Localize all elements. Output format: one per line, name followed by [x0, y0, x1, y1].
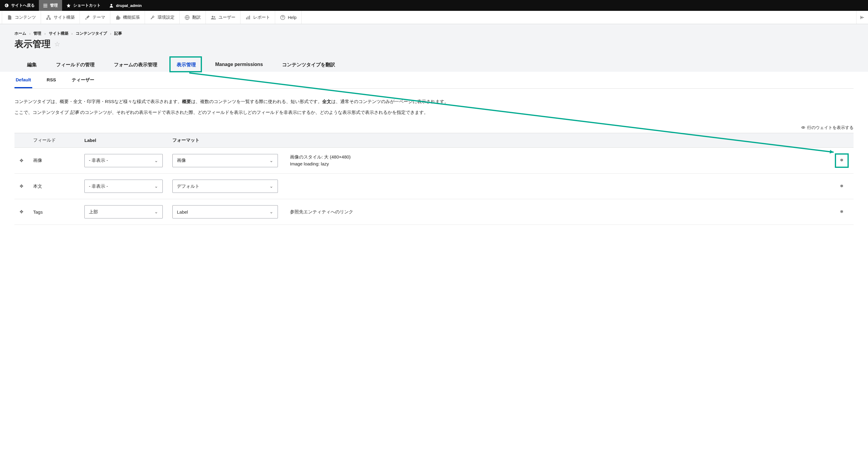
select-value: Label — [177, 209, 188, 215]
breadcrumb-item[interactable]: ホーム — [14, 31, 26, 36]
breadcrumb-item[interactable]: 管理 — [33, 31, 41, 36]
show-weights-link[interactable]: 行のウェイトを表示する — [14, 125, 854, 130]
secondary-tabs: Default RSS ティーザー — [14, 72, 854, 89]
table-row: ✥ 画像 - 非表示 -⌄ 画像⌄ 画像のスタイル: 大 (480×480)Im… — [14, 148, 854, 173]
field-name: 本文 — [28, 173, 80, 199]
toolbar-shortcuts[interactable]: ショートカット — [62, 0, 105, 11]
format-select[interactable]: デフォルト⌄ — [173, 180, 278, 193]
chevron-down-icon: ⌄ — [154, 158, 158, 163]
admin-extend[interactable]: 機能拡張 — [110, 11, 145, 24]
chevron-down-icon: ⌄ — [154, 184, 158, 189]
format-summary: 参照先エンティティへのリンク — [285, 199, 830, 225]
toolbar-shortcuts-label: ショートカット — [73, 3, 101, 8]
gear-icon[interactable] — [839, 209, 844, 214]
desc-text: ここで、コンテンツタイプ — [14, 110, 70, 115]
page-header: ホーム› 管理› サイト構築› コンテンツタイプ› 記事 表示管理 ☆ 編集 フ… — [0, 24, 868, 72]
user-icon — [109, 3, 114, 8]
chevron-down-icon: ⌄ — [270, 184, 273, 189]
drag-handle-icon[interactable]: ✥ — [20, 209, 24, 214]
stab-teaser[interactable]: ティーザー — [70, 72, 96, 88]
toolbar-manage[interactable]: 管理 — [39, 0, 62, 11]
svg-point-0 — [4, 4, 8, 7]
admin-structure[interactable]: サイト構築 — [41, 11, 80, 24]
chevron-right-icon: › — [71, 31, 73, 36]
show-weights-label: 行のウェイトを表示する — [807, 125, 854, 130]
th-field: フィールド — [28, 133, 80, 148]
desc-text: は、複数のコンテンツを一覧する際に使われる、短い形式です。 — [191, 99, 322, 104]
select-value: 上部 — [89, 209, 98, 215]
toolbar-user[interactable]: drupal_admin — [105, 0, 146, 11]
drag-handle-icon[interactable]: ✥ — [20, 158, 24, 163]
admin-translate[interactable]: 翻訳 — [180, 11, 206, 24]
tab-form[interactable]: フォームの表示管理 — [112, 58, 160, 72]
select-value: - 非表示 - — [89, 158, 108, 163]
content: Default RSS ティーザー コンテンツタイプは、概要・全文・印字用・RS… — [0, 72, 868, 237]
admin-translate-label: 翻訳 — [192, 15, 201, 20]
desc-text: 全文 — [322, 99, 331, 104]
admin-collapse[interactable] — [856, 11, 868, 24]
tab-permissions[interactable]: Manage permissions — [213, 58, 265, 72]
chevron-down-icon: ⌄ — [270, 158, 273, 163]
admin-content-label: コンテンツ — [15, 15, 36, 20]
admin-reports-label: レポート — [253, 15, 270, 20]
table-row: ✥ Tags 上部⌄ Label⌄ 参照先エンティティへのリンク — [14, 199, 854, 225]
tab-edit[interactable]: 編集 — [25, 58, 39, 72]
format-select[interactable]: 画像⌄ — [173, 154, 278, 167]
admin-config-label: 環境設定 — [158, 15, 175, 20]
toolbar: サイトへ戻る 管理 ショートカット drupal_admin — [0, 0, 868, 11]
structure-icon — [46, 15, 51, 20]
people-icon — [211, 15, 216, 20]
eye-icon — [801, 125, 805, 130]
label-select[interactable]: 上部⌄ — [84, 205, 163, 219]
format-select[interactable]: Label⌄ — [173, 205, 278, 219]
label-select[interactable]: - 非表示 -⌄ — [84, 154, 163, 167]
chevron-right-icon: › — [44, 31, 45, 36]
tab-translate[interactable]: コンテンツタイプを翻訳 — [280, 58, 338, 72]
select-value: デフォルト — [177, 184, 199, 189]
stab-default[interactable]: Default — [14, 72, 32, 88]
tab-fields[interactable]: フィールドの管理 — [54, 58, 97, 72]
admin-structure-label: サイト構築 — [54, 15, 75, 20]
gear-icon[interactable] — [839, 184, 844, 188]
stab-rss[interactable]: RSS — [45, 72, 57, 88]
chevron-right-icon: › — [110, 31, 111, 36]
admin-menu: コンテンツ サイト構築 テーマ 機能拡張 環境設定 翻訳 ユーザー レポート H… — [0, 11, 868, 24]
admin-config[interactable]: 環境設定 — [145, 11, 180, 24]
th-label: Label — [80, 133, 167, 148]
table-row: ✥ 本文 - 非表示 -⌄ デフォルト⌄ — [14, 173, 854, 199]
svg-point-7 — [212, 16, 213, 17]
format-summary — [285, 173, 830, 199]
chevron-right-icon: › — [29, 31, 30, 36]
admin-people[interactable]: ユーザー — [206, 11, 241, 24]
admin-help[interactable]: Help — [275, 11, 302, 24]
drag-handle-icon[interactable]: ✥ — [20, 184, 24, 189]
puzzle-icon — [115, 15, 121, 20]
breadcrumb-item[interactable]: 記事 — [114, 31, 122, 36]
admin-content[interactable]: コンテンツ — [2, 11, 41, 24]
breadcrumb-item[interactable]: コンテンツタイプ — [76, 31, 107, 36]
desc-text: 記事 — [70, 110, 80, 115]
chevron-down-icon: ⌄ — [270, 209, 273, 215]
hamburger-icon — [43, 3, 48, 8]
primary-tabs: 編集 フィールドの管理 フォームの表示管理 表示管理 Manage permis… — [14, 58, 854, 72]
toolbar-user-label: drupal_admin — [116, 3, 142, 8]
gear-icon[interactable] — [839, 158, 844, 162]
select-value: - 非表示 - — [89, 184, 108, 189]
label-select[interactable]: - 非表示 -⌄ — [84, 180, 163, 193]
star-outline-icon[interactable]: ☆ — [54, 40, 60, 48]
desc-text: は、通常そのコンテンツのみが一ページに表示されます。 — [331, 99, 449, 104]
page-title: 表示管理 — [14, 38, 51, 50]
svg-rect-4 — [49, 18, 51, 19]
toolbar-back[interactable]: サイトへ戻る — [0, 0, 39, 11]
help-icon — [280, 15, 285, 20]
svg-point-14 — [803, 127, 804, 128]
toolbar-manage-label: 管理 — [50, 3, 58, 8]
field-name: 画像 — [28, 148, 80, 173]
breadcrumb-item[interactable]: サイト構築 — [49, 31, 68, 36]
admin-appearance[interactable]: テーマ — [80, 11, 110, 24]
admin-reports[interactable]: レポート — [241, 11, 275, 24]
select-value: 画像 — [177, 158, 186, 163]
admin-help-label: Help — [288, 15, 297, 20]
format-summary: 画像のスタイル: 大 (480×480)Image loading: lazy — [285, 148, 830, 173]
tab-display[interactable]: 表示管理 — [174, 58, 198, 72]
